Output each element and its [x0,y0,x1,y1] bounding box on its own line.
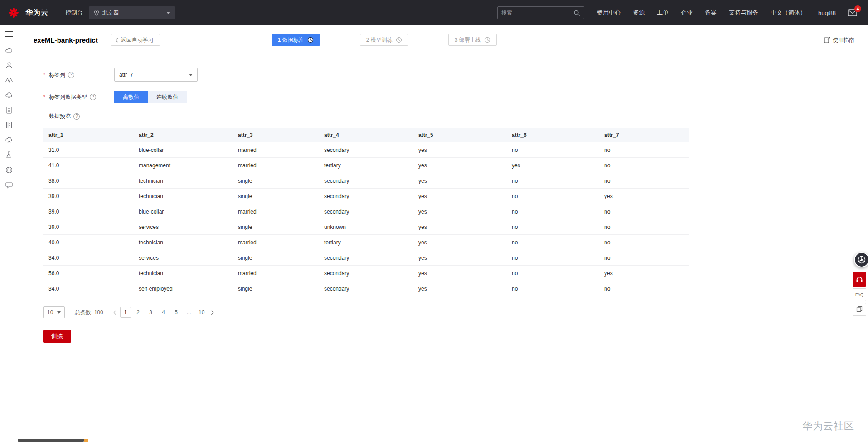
table-cell: no [506,266,599,281]
prev-page-button[interactable] [113,310,116,315]
table-cell: yes [413,173,506,189]
table-cell: married [233,158,319,173]
table-cell: technician [133,235,233,250]
assistant-wheel-icon[interactable] [854,252,868,267]
step-2[interactable]: 2 模型训练 [360,34,408,46]
pagination: 10 总条数: 100 12345...10 [43,306,868,318]
question-circle-icon[interactable] [73,113,80,120]
caret-down-icon [189,74,193,76]
search-box[interactable] [497,6,584,19]
train-button[interactable]: 训练 [43,330,71,343]
table-cell: management [133,158,233,173]
page-size-select[interactable]: 10 [43,306,65,318]
clock-icon [484,37,490,43]
guide-link[interactable]: 使用指南 [824,36,854,44]
modelarts-icon[interactable] [5,76,13,84]
cloud-storage-icon[interactable] [5,91,13,99]
topnav-item[interactable]: 中文（简体） [771,9,806,17]
question-circle-icon[interactable] [68,72,74,78]
table-cell: no [599,219,689,235]
table-cell: no [599,158,689,173]
table-cell: 34.0 [43,281,133,296]
mail-button[interactable]: 4 [848,9,857,16]
topnav-item[interactable]: 费用中心 [597,9,621,17]
topnav-item[interactable]: 备案 [705,9,717,17]
experiment-icon[interactable] [5,151,13,159]
console-link[interactable]: 控制台 [65,9,83,17]
headset-icon [855,276,863,283]
page-number[interactable]: 1 [120,307,131,318]
table-row: 40.0technicianmarriedtertiaryyesnono [43,235,689,250]
back-button[interactable]: 返回自动学习 [111,34,160,46]
cloud-eye-icon[interactable] [5,136,13,144]
page-number[interactable]: 3 [145,307,156,318]
faq-button[interactable]: FAQ [853,288,866,301]
step-3[interactable]: 3 部署上线 [448,34,497,46]
brand-name[interactable]: 华为云 [25,8,48,18]
table-cell: yes [413,142,506,158]
dtype-option[interactable]: 离散值 [114,91,148,103]
page-number[interactable]: 2 [133,307,144,318]
table-cell: no [506,142,599,158]
table-cell: 31.0 [43,142,133,158]
table-cell: 40.0 [43,235,133,250]
topnav-item[interactable]: huqi88 [818,10,836,16]
label-column-text: 标签列 [49,71,65,79]
table-cell: secondary [319,250,413,266]
question-circle-icon[interactable] [90,94,96,100]
next-page-button[interactable] [211,310,214,315]
page-number[interactable]: 5 [171,307,182,318]
support-headset-button[interactable] [853,272,866,287]
dtype-option[interactable]: 连续数值 [148,91,187,103]
horizontal-scrollbar-thumb[interactable] [17,439,84,442]
feedback-icon [856,306,863,312]
table-cell: yes [506,158,599,173]
table-cell: no [599,235,689,250]
page-numbers: 12345...10 [119,307,208,318]
table-cell: single [233,189,319,204]
document-icon[interactable] [5,106,13,114]
label-column-select[interactable]: attr_7 [114,68,198,82]
search-icon[interactable] [573,10,580,16]
menu-icon[interactable] [5,31,13,37]
table-cell: yes [413,219,506,235]
table-cell: no [599,250,689,266]
huawei-logo[interactable] [8,7,19,18]
table-row: 56.0technicianmarriedsecondaryyesnoyes [43,266,689,281]
table-cell: no [599,281,689,296]
notebook-icon[interactable] [5,121,13,129]
table-cell: 56.0 [43,266,133,281]
table-cell: 39.0 [43,189,133,204]
search-input[interactable] [501,10,571,16]
table-cell: single [233,250,319,266]
column-header: attr_3 [233,128,319,142]
page-number[interactable]: 4 [158,307,169,318]
step-connector [410,40,446,40]
page-number[interactable]: 10 [196,307,207,318]
feedback-button[interactable] [853,303,866,316]
table-cell: no [506,189,599,204]
divider [57,9,57,17]
topnav-item[interactable]: 资源 [633,9,645,17]
column-header: attr_7 [599,128,689,142]
table-cell: single [233,173,319,189]
cloud-server-icon[interactable] [5,46,13,54]
topnav-item[interactable]: 企业 [681,9,693,17]
topnav-item[interactable]: 支持与服务 [729,9,758,17]
globe-icon[interactable] [5,166,13,174]
table-row: 39.0blue-collarmarriedsecondaryyesnono [43,204,689,219]
region-selector[interactable]: 北京四 [89,6,175,19]
table-cell: technician [133,189,233,204]
step-1[interactable]: 1 数据标注 [272,34,320,46]
support-chat-icon[interactable] [5,181,13,189]
topnav-item[interactable]: 工单 [657,9,669,17]
clock-icon [307,37,314,43]
preview-text: 数据预览 [49,112,71,120]
region-name: 北京四 [102,9,119,17]
table-cell: yes [413,250,506,266]
topnav-menu: 费用中心资源工单企业备案支持与服务中文（简体）huqi88 [597,9,836,17]
table-cell: self-employed [133,281,233,296]
user-group-icon[interactable] [5,61,13,69]
table-cell: no [599,142,689,158]
table-cell: services [133,250,233,266]
